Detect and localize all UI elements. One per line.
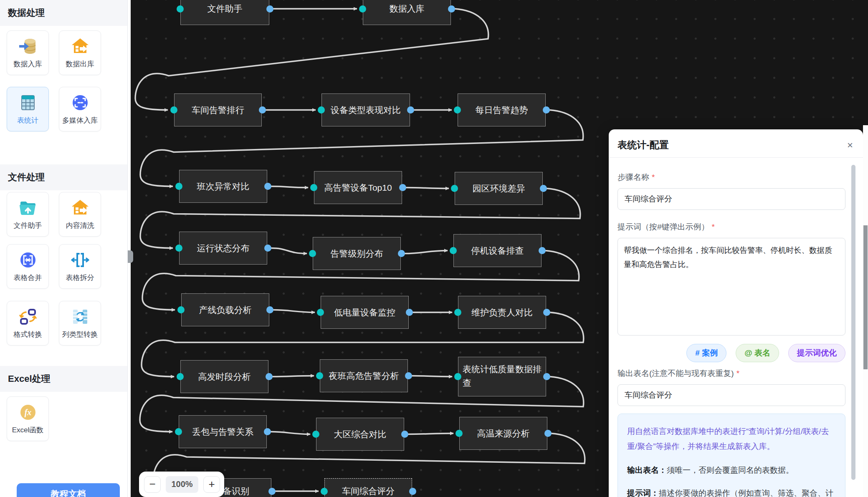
output-port[interactable] xyxy=(539,247,546,254)
workflow-node[interactable]: 设备类型表现对比 xyxy=(321,93,410,126)
workflow-node[interactable]: 高发时段分析 xyxy=(180,360,268,393)
tutorial-docs-button[interactable]: 教程文档 xyxy=(17,483,120,497)
workflow-node[interactable]: 高温来源分析 xyxy=(459,417,547,450)
input-port[interactable] xyxy=(175,428,182,435)
input-port[interactable] xyxy=(456,430,463,437)
tool-card-folder-up[interactable]: 文件助手 xyxy=(7,192,49,237)
output-port[interactable] xyxy=(544,430,552,437)
node-label: 运行状态分布 xyxy=(197,242,250,254)
workflow-node[interactable]: 停机设备排查 xyxy=(453,234,542,267)
output-port[interactable] xyxy=(266,5,273,13)
input-port[interactable] xyxy=(316,372,323,379)
step-name-input[interactable] xyxy=(617,188,845,210)
workflow-node[interactable]: 丢包与告警关系 xyxy=(179,415,267,448)
workflow-node[interactable]: 维护负责人对比 xyxy=(458,296,546,329)
tool-card-table-merge[interactable]: 表格合并 xyxy=(7,244,49,289)
workflow-node[interactable]: 数据入库 xyxy=(363,0,451,25)
output-port[interactable] xyxy=(268,488,276,495)
workflow-node[interactable]: 表统计低质量数据排查 xyxy=(458,357,546,396)
input-port[interactable] xyxy=(317,309,324,316)
input-port[interactable] xyxy=(454,106,461,114)
input-port[interactable] xyxy=(177,5,184,13)
input-port[interactable] xyxy=(175,245,182,252)
workflow-node[interactable]: 车间告警排行 xyxy=(174,93,262,126)
tool-card-house-clean[interactable]: 内容清洗 xyxy=(59,192,101,237)
input-port[interactable] xyxy=(359,5,366,13)
prompt-textarea[interactable]: 帮我做一个综合排名，按车间比较告警率、停机时长、数据质量和高危告警占比。 xyxy=(617,238,845,336)
workflow-node[interactable]: 夜班高危告警分析 xyxy=(320,359,408,392)
workflow-node[interactable]: 班次异常对比 xyxy=(179,170,267,203)
output-port[interactable] xyxy=(266,373,273,380)
canvas-collapse-handle[interactable] xyxy=(128,250,133,263)
tool-card-house-out[interactable]: 数据出库 xyxy=(59,30,101,75)
input-port[interactable] xyxy=(310,184,317,191)
output-port[interactable] xyxy=(543,309,550,316)
node-label: 高发时段分析 xyxy=(198,371,251,383)
tool-card-database-in[interactable]: 数据入库 xyxy=(7,30,49,75)
workflow-node[interactable]: 每日告警趋势 xyxy=(458,93,546,126)
output-port[interactable] xyxy=(543,106,550,114)
tool-card-label: 内容清洗 xyxy=(66,221,94,230)
zoom-controls: − 100% + xyxy=(139,472,224,497)
page-scrollbar-thumb[interactable] xyxy=(863,225,868,369)
workflow-node[interactable]: 产线负载分析 xyxy=(181,293,269,326)
tool-card-format-convert[interactable]: 格式转换 xyxy=(7,301,49,346)
output-port[interactable] xyxy=(266,306,273,313)
prompt-optimize-button[interactable]: 提示词优化 xyxy=(788,344,845,362)
workflow-node[interactable]: 告警级别分布 xyxy=(313,237,401,270)
workflow-node[interactable]: 高告警设备Top10 xyxy=(314,171,402,204)
input-port[interactable] xyxy=(318,106,325,114)
output-port[interactable] xyxy=(407,106,414,114)
panel-scrollbar-thumb[interactable] xyxy=(851,165,855,480)
zoom-in-button[interactable]: + xyxy=(203,476,220,493)
tool-card-excel-fx[interactable]: fxExcel函数 xyxy=(7,396,49,441)
output-port[interactable] xyxy=(399,184,406,191)
output-port[interactable] xyxy=(259,106,266,114)
output-port[interactable] xyxy=(401,431,408,438)
output-port[interactable] xyxy=(405,372,412,379)
workflow-node-selected[interactable]: 车间综合评分 xyxy=(324,478,412,497)
node-label: 丢包与告警关系 xyxy=(192,426,253,438)
workflow-node[interactable]: 大区综合对比 xyxy=(316,418,404,451)
excel-fx-icon: fx xyxy=(18,402,38,422)
input-port[interactable] xyxy=(451,185,458,192)
workflow-node[interactable]: 运行状态分布 xyxy=(179,232,267,265)
input-port[interactable] xyxy=(454,373,461,380)
output-port[interactable] xyxy=(543,373,550,380)
input-port[interactable] xyxy=(177,306,185,313)
input-port[interactable] xyxy=(450,247,457,254)
table-name-pill-button[interactable]: @ 表名 xyxy=(736,344,779,362)
edge-connector xyxy=(405,251,448,254)
workflow-node[interactable]: 园区环境差异 xyxy=(455,172,543,205)
output-port[interactable] xyxy=(409,488,416,495)
close-icon[interactable]: × xyxy=(847,140,853,150)
output-port[interactable] xyxy=(264,428,271,435)
output-port[interactable] xyxy=(264,245,271,252)
tool-card-media-in[interactable]: 多媒体入库 xyxy=(59,87,101,131)
input-port[interactable] xyxy=(170,106,177,114)
media-in-icon xyxy=(70,93,90,113)
node-label: 夜班高危告警分析 xyxy=(329,370,399,382)
example-pill-button[interactable]: # 案例 xyxy=(686,344,726,362)
workflow-node[interactable]: 低电量设备监控 xyxy=(321,296,409,329)
input-port[interactable] xyxy=(177,373,184,380)
input-port[interactable] xyxy=(175,183,182,190)
tool-card-label: 表格拆分 xyxy=(66,273,94,283)
svg-text:fx: fx xyxy=(24,408,31,417)
input-port[interactable] xyxy=(312,431,319,438)
output-port[interactable] xyxy=(540,185,547,192)
database-in-icon xyxy=(18,36,38,56)
workflow-node[interactable]: 文件助手 xyxy=(180,0,269,25)
output-port[interactable] xyxy=(406,309,413,316)
output-port[interactable] xyxy=(448,5,455,13)
tool-card-table-split[interactable]: 表格拆分 xyxy=(59,244,101,289)
tool-card-table-stats[interactable]: 表统计 xyxy=(7,87,49,131)
input-port[interactable] xyxy=(454,309,461,316)
output-table-input[interactable] xyxy=(617,384,845,406)
tool-card-column-convert[interactable]: 列类型转换 xyxy=(59,301,101,346)
output-port[interactable] xyxy=(264,183,271,190)
input-port[interactable] xyxy=(321,488,328,495)
zoom-out-button[interactable]: − xyxy=(144,476,161,493)
input-port[interactable] xyxy=(309,250,316,257)
output-port[interactable] xyxy=(398,250,405,257)
